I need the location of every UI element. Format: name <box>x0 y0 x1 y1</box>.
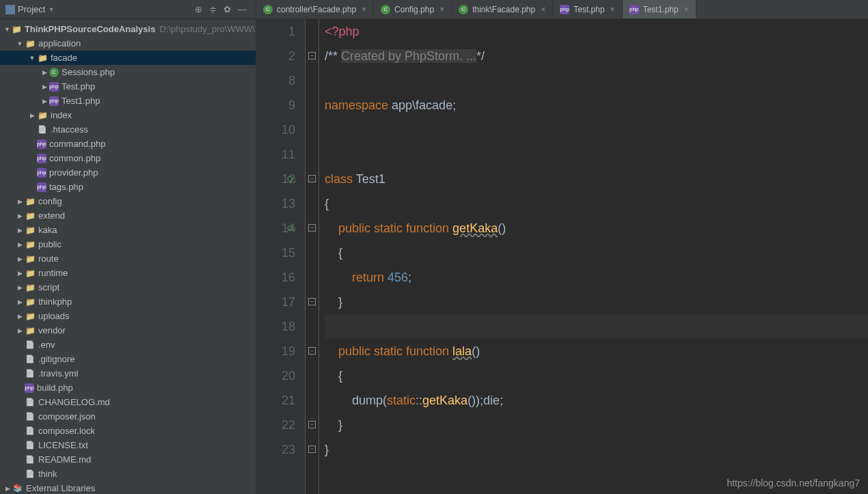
expand-arrow-icon[interactable]: ▼ <box>16 40 23 47</box>
tree-item[interactable]: ▶thinkphp <box>0 294 256 309</box>
expand-arrow-icon[interactable]: ▶ <box>16 327 23 334</box>
tree-item[interactable]: ▶CSessions.php <box>0 65 256 79</box>
minimize-icon[interactable]: — <box>238 4 247 14</box>
close-icon[interactable]: × <box>439 5 444 14</box>
code-line[interactable]: } <box>325 413 868 437</box>
expand-arrow-icon[interactable]: ▶ <box>16 227 23 234</box>
code-line[interactable]: dump(static::getKaka());die; <box>325 388 868 413</box>
dropdown-arrow-icon[interactable]: ▼ <box>48 6 54 13</box>
fold-marker-icon[interactable]: − <box>308 175 316 182</box>
tree-item[interactable]: CHANGELOG.md <box>0 395 256 409</box>
tree-item[interactable]: .travis.yml <box>0 366 256 381</box>
tree-item[interactable]: .gitignore <box>0 352 256 366</box>
fold-marker-icon[interactable]: − <box>308 298 316 305</box>
editor-tab[interactable]: Ccontroller\Facade.php× <box>256 0 374 18</box>
code-line[interactable]: { <box>325 241 868 265</box>
tree-item[interactable]: ▶uploads <box>0 309 256 323</box>
expand-arrow-icon[interactable]: ▶ <box>4 485 11 492</box>
code-line[interactable]: } <box>325 437 868 462</box>
tree-item[interactable]: ▶index <box>0 108 256 122</box>
close-icon[interactable]: × <box>362 5 366 14</box>
code-line[interactable]: /** Created by PhpStorm. ...*/ <box>325 44 868 68</box>
tree-item[interactable]: .htaccess <box>0 122 256 137</box>
tree-item[interactable]: ▶vendor <box>0 323 256 338</box>
code-line[interactable]: public static function getKaka() <box>325 216 868 241</box>
locate-icon[interactable]: ⊕ <box>195 4 202 14</box>
close-icon[interactable]: × <box>610 5 615 14</box>
tree-root[interactable]: ▼ ThinkPHPSourceCodeAnalysis D:\phpstudy… <box>0 22 256 36</box>
expand-arrow-icon[interactable]: ▶ <box>16 241 23 248</box>
tree-item[interactable]: ▶phpTest.php <box>0 79 256 94</box>
tree-item[interactable]: phptags.php <box>0 180 256 194</box>
tree-item[interactable]: ▶script <box>0 280 256 294</box>
tree-item[interactable]: README.md <box>0 452 256 467</box>
tree-item-label: Sessions.php <box>62 67 115 77</box>
close-icon[interactable]: × <box>541 5 545 14</box>
fold-marker-icon[interactable]: − <box>308 445 316 453</box>
fold-marker-icon[interactable]: − <box>308 421 316 428</box>
override-marker-icon[interactable]: O↓ <box>287 216 297 241</box>
code-line[interactable]: namespace app\facade; <box>325 93 868 118</box>
code-content[interactable]: <?php/** Created by PhpStorm. ...*/names… <box>319 19 868 494</box>
tree-item[interactable]: phpcommon.php <box>0 151 256 165</box>
code-line[interactable]: class Test1 <box>325 167 868 191</box>
tree-item[interactable]: ▶kaka <box>0 223 256 237</box>
editor-tab[interactable]: phpTest.php× <box>553 0 622 18</box>
folder-icon <box>25 210 36 221</box>
code-line[interactable] <box>325 314 868 339</box>
tree-item[interactable]: LICENSE.txt <box>0 438 256 452</box>
override-marker-icon[interactable]: O↓ <box>287 167 297 191</box>
tree-item[interactable]: ▶runtime <box>0 266 256 280</box>
collapse-icon[interactable]: ≑ <box>209 4 217 14</box>
close-icon[interactable]: × <box>684 5 689 14</box>
settings-icon[interactable]: ✿ <box>223 4 231 14</box>
expand-arrow-icon[interactable]: ▶ <box>29 112 36 119</box>
project-tree[interactable]: ▼ ThinkPHPSourceCodeAnalysis D:\phpstudy… <box>0 19 256 494</box>
code-editor[interactable]: 1289101112O↓1314O↓151617181920212223 −−−… <box>256 19 868 494</box>
external-libraries[interactable]: ▶ 📚 External Libraries <box>0 481 256 494</box>
tree-item[interactable]: composer.json <box>0 409 256 424</box>
tree-item[interactable]: ▶route <box>0 251 256 266</box>
tree-item[interactable]: phpprovider.php <box>0 165 256 180</box>
code-line[interactable]: public static function lala() <box>325 339 868 363</box>
fold-marker-icon[interactable]: − <box>308 52 316 59</box>
expand-arrow-icon[interactable]: ▶ <box>41 98 48 105</box>
expand-arrow-icon[interactable]: ▶ <box>16 284 23 291</box>
code-line[interactable]: return 456; <box>325 265 868 290</box>
code-line[interactable]: } <box>325 290 868 314</box>
tree-item[interactable]: ▼facade <box>0 51 256 65</box>
tree-item[interactable]: think <box>0 467 256 481</box>
editor-pane: Ccontroller\Facade.php×CConfig.php×Cthin… <box>256 0 868 494</box>
tree-item[interactable]: ▼application <box>0 36 256 51</box>
tree-item[interactable]: composer.lock <box>0 424 256 438</box>
tree-item[interactable]: ▶public <box>0 237 256 251</box>
expand-arrow-icon[interactable]: ▶ <box>16 299 23 305</box>
editor-tab[interactable]: Cthink\Facade.php× <box>452 0 553 18</box>
tree-item[interactable]: .env <box>0 338 256 352</box>
expand-arrow-icon[interactable]: ▶ <box>16 198 23 205</box>
expand-arrow-icon[interactable]: ▶ <box>16 212 23 219</box>
tree-item[interactable]: phpbuild.php <box>0 381 256 395</box>
code-line[interactable]: { <box>325 363 868 388</box>
code-line[interactable] <box>325 118 868 142</box>
expand-arrow-icon[interactable]: ▶ <box>16 256 23 262</box>
editor-tab[interactable]: phpTest1.php× <box>623 0 696 18</box>
expand-arrow-icon[interactable]: ▶ <box>16 313 23 320</box>
code-line[interactable]: { <box>325 191 868 216</box>
code-line[interactable] <box>325 68 868 93</box>
tree-item[interactable]: ▶phpTest1.php <box>0 94 256 108</box>
tree-item[interactable]: ▶extend <box>0 208 256 223</box>
editor-tab[interactable]: CConfig.php× <box>374 0 452 18</box>
expand-arrow-icon[interactable]: ▶ <box>16 270 23 277</box>
tree-item[interactable]: ▶config <box>0 194 256 208</box>
fold-column[interactable]: −−−−−−− <box>306 19 319 494</box>
expand-arrow-icon[interactable]: ▶ <box>41 69 48 76</box>
tree-item[interactable]: phpcommand.php <box>0 137 256 151</box>
expand-arrow-icon[interactable]: ▼ <box>29 55 36 61</box>
expand-arrow-icon[interactable]: ▶ <box>41 83 48 90</box>
fold-marker-icon[interactable]: − <box>308 347 316 355</box>
code-line[interactable]: <?php <box>325 19 868 44</box>
code-line[interactable] <box>325 142 868 167</box>
fold-marker-icon[interactable]: − <box>308 224 316 232</box>
expand-arrow-icon[interactable]: ▼ <box>4 26 10 33</box>
